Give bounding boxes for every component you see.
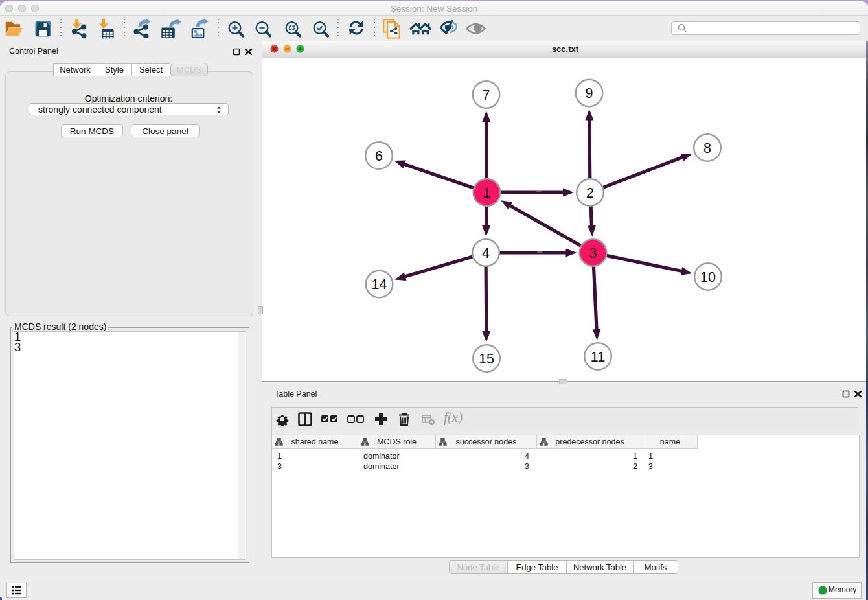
svg-text:7: 7 bbox=[483, 87, 490, 103]
svg-text:10: 10 bbox=[700, 270, 716, 285]
svg-text:11: 11 bbox=[591, 349, 605, 365]
svg-text:4: 4 bbox=[482, 246, 490, 261]
svg-text:15: 15 bbox=[479, 351, 494, 367]
svg-text:8: 8 bbox=[703, 141, 711, 156]
svg-text:6: 6 bbox=[375, 148, 383, 164]
svg-text:3: 3 bbox=[589, 246, 597, 261]
svg-text:1: 1 bbox=[483, 185, 491, 201]
svg-text:14: 14 bbox=[372, 277, 387, 292]
svg-text:9: 9 bbox=[586, 86, 593, 101]
svg-text:2: 2 bbox=[586, 185, 594, 201]
